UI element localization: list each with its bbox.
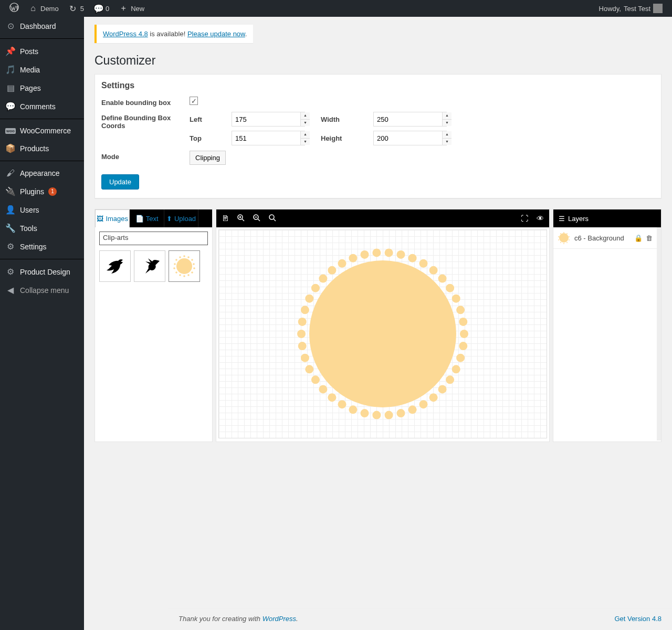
menu-media[interactable]: 🎵Media [0,60,84,79]
svg-point-59 [408,254,417,262]
menu-label: Dashboard [20,22,56,30]
menu-label: Users [20,206,39,214]
width-spinner[interactable]: ▲▼ [442,112,452,126]
svg-point-78 [560,233,561,234]
lock-icon[interactable]: 🔒 [634,234,643,242]
export-icon[interactable]: 🖹 [222,214,229,223]
account-link[interactable]: Howdy, Test Test [595,0,667,17]
zoom-icon[interactable] [269,214,276,223]
left-input[interactable] [232,112,305,127]
svg-point-66 [459,318,467,326]
home-icon: ⌂ [28,4,38,13]
svg-point-41 [319,385,327,393]
menu-posts[interactable]: 📌Posts [0,42,84,60]
enable-checkbox[interactable]: ✓ [190,97,198,105]
width-input[interactable] [373,112,447,127]
menu-settings[interactable]: ⚙Settings [0,237,84,256]
menu-users[interactable]: 👤Users [0,201,84,219]
notice-version-link[interactable]: WordPress 4.8 [103,30,148,38]
dashboard-icon: ⊙ [5,21,16,31]
menu-comments[interactable]: 💬Comments [0,97,84,116]
svg-point-51 [319,275,327,283]
wp-logo[interactable] [5,0,23,17]
fullscreen-icon[interactable]: ⛶ [521,214,528,223]
admin-bar: ⌂Demo ↻5 💬0 +New Howdy, Test Test [0,0,672,17]
menu-woocommerce[interactable]: wooWooCommerce [0,122,84,139]
canvas[interactable] [216,227,549,440]
menu-label: Media [20,66,40,74]
svg-point-45 [298,342,307,350]
svg-point-58 [397,250,405,259]
svg-point-39 [338,400,346,408]
clipart-hummingbird[interactable] [134,250,165,282]
tab-text[interactable]: 📄Text [130,209,164,227]
clipart-sun[interactable] [169,250,200,282]
tab-images[interactable]: 🖼Images [95,209,130,227]
new-link[interactable]: +New [114,0,149,17]
svg-point-52 [328,266,336,275]
notice-period: . [245,30,247,38]
svg-point-56 [372,248,381,257]
zoom-in-icon[interactable] [237,214,245,223]
settings-heading: Settings [101,81,655,90]
menu-dashboard[interactable]: ⊙Dashboard [0,17,84,35]
svg-point-68 [559,233,569,243]
trash-icon[interactable]: 🗑 [646,234,653,242]
comment-icon: 💬 [5,101,16,111]
svg-point-42 [311,375,320,384]
top-label: Top [190,134,221,142]
svg-point-69 [563,232,564,233]
coords-label: Define Bounding Box Coords [101,112,190,130]
menu-plugins[interactable]: 🔌Plugins1 [0,182,84,201]
upload-icon: ⬆ [166,215,172,223]
gear-icon: ⚙ [5,267,16,277]
category-select[interactable]: Clip-arts [99,232,208,245]
file-icon: 📄 [135,215,144,223]
updates-link[interactable]: ↻5 [64,0,88,17]
svg-point-7 [191,271,193,274]
plug-icon: 🔌 [5,186,16,196]
comments-link[interactable]: 💬0 [89,0,113,17]
menu-products[interactable]: 📦Products [0,139,84,158]
enable-label: Enable bounding box [101,97,190,107]
svg-point-37 [361,409,369,417]
svg-point-26 [459,342,467,350]
image-icon: 🖼 [97,215,103,223]
canvas-panel: 🖹 ⛶ 👁 [216,209,550,442]
height-spinner[interactable]: ▲▼ [442,131,452,145]
menu-collapse[interactable]: ◀Collapse menu [0,281,84,299]
height-label: Height [321,134,363,142]
layer-row[interactable]: c6 - Background 🔒 🗑 [553,227,657,249]
footer-wordpress-link[interactable]: WordPress [262,615,296,623]
zoom-out-icon[interactable] [253,214,260,223]
site-link[interactable]: ⌂Demo [24,0,63,17]
menu-tools[interactable]: 🔧Tools [0,219,84,237]
svg-point-50 [311,284,320,292]
left-label: Left [190,116,221,123]
height-input[interactable] [373,131,447,145]
menu-label: Collapse menu [20,286,69,295]
tab-upload[interactable]: ⬆Upload [164,209,198,227]
woo-icon: woo [5,128,16,134]
menu-appearance[interactable]: 🖌Appearance [0,164,84,182]
update-button[interactable]: Update [101,174,139,190]
svg-point-32 [419,400,428,408]
footer-version-link[interactable]: Get Version 4.8 [614,615,662,624]
menu-label: Pages [20,84,41,92]
top-input[interactable] [232,131,305,145]
mode-button[interactable]: Clipping [190,151,226,165]
svg-point-13 [174,263,176,265]
left-spinner[interactable]: ▲▼ [300,112,310,126]
top-spinner[interactable]: ▲▼ [300,131,310,145]
notice-update-link[interactable]: Please update now [187,30,245,38]
clipart-bird[interactable] [99,250,131,282]
layer-thumb-icon [558,232,570,244]
footer-thanks: Thank you for creating with [178,615,262,623]
preview-icon[interactable]: 👁 [537,214,544,223]
canvas-artwork [296,247,469,421]
svg-point-70 [566,233,568,234]
menu-product-design[interactable]: ⚙Product Design [0,262,84,281]
svg-point-67 [309,260,456,407]
menu-pages[interactable]: ▤Pages [0,79,84,97]
svg-point-11 [175,271,177,274]
